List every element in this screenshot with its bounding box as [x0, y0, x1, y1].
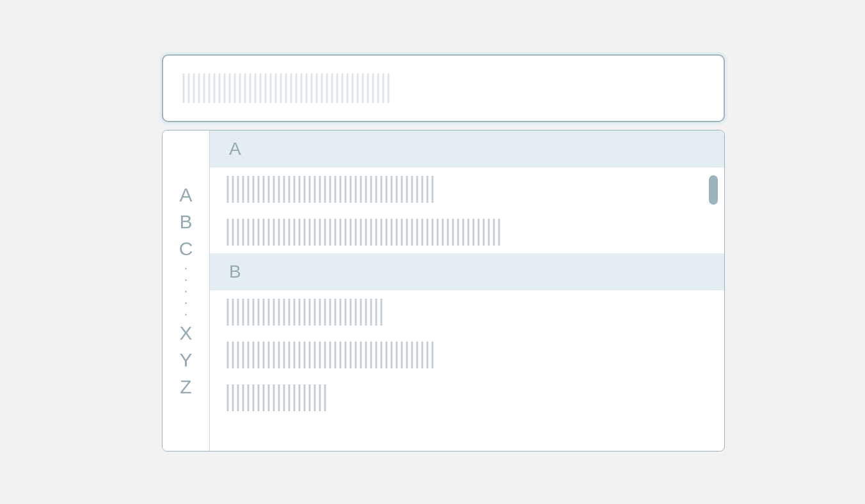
dropdown-panel: A B C · · · · · X Y Z A B [162, 130, 725, 452]
list-item[interactable] [210, 290, 724, 333]
scrollbar-thumb[interactable] [709, 175, 718, 205]
alpha-index-letter[interactable]: C [163, 237, 209, 261]
alpha-index-letter[interactable]: Z [163, 375, 209, 399]
item-text-placeholder [226, 299, 385, 326]
alpha-index-letter[interactable]: A [163, 183, 209, 207]
alpha-index-rail[interactable]: A B C · · · · · X Y Z [163, 130, 210, 451]
alpha-index-letter[interactable]: Y [163, 348, 209, 372]
section-label: A [229, 139, 242, 159]
alpha-index-ellipsis: · [184, 287, 188, 295]
item-text-placeholder [226, 176, 434, 203]
item-text-placeholder [226, 384, 328, 411]
list-item[interactable] [210, 333, 724, 376]
section-header-a: A [210, 130, 724, 168]
placeholder-glyphs [182, 74, 391, 103]
section-label: B [229, 262, 242, 282]
alpha-index-ellipsis: · [184, 275, 188, 284]
list-item[interactable] [210, 168, 724, 210]
section-header-b: B [210, 253, 724, 290]
alpha-index-ellipsis: · [184, 310, 188, 319]
alpha-index-ellipsis: · [184, 264, 188, 272]
alpha-index-ellipsis: · [184, 298, 188, 307]
search-input[interactable] [162, 54, 725, 122]
list-item[interactable] [210, 376, 724, 419]
item-text-placeholder [226, 219, 503, 246]
alpha-index-letter[interactable]: X [163, 321, 209, 345]
item-text-placeholder [226, 342, 435, 368]
dropdown-list[interactable]: A B [210, 130, 724, 451]
list-item[interactable] [210, 210, 724, 253]
alpha-index-letter[interactable]: B [163, 210, 209, 234]
